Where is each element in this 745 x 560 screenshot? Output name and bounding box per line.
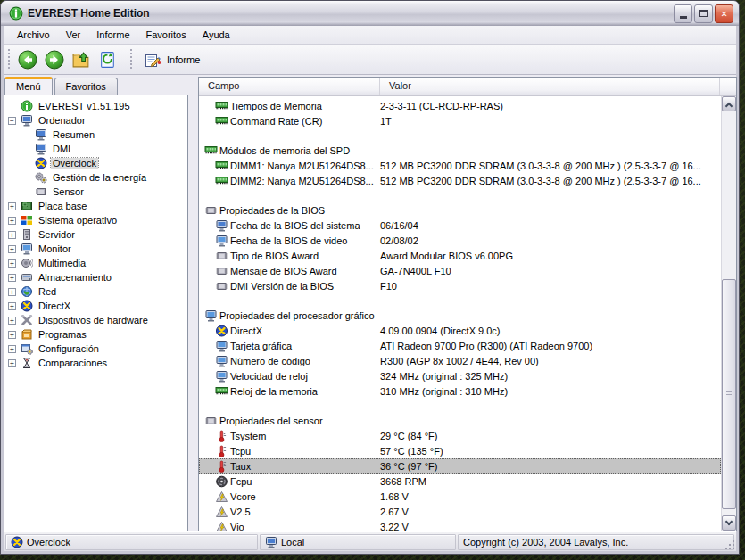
sidebar-item-comparaciones[interactable]: +Comparaciones bbox=[4, 356, 187, 370]
table-row[interactable]: Tarjeta gráficaATI Radeon 9700 Pro (R300… bbox=[199, 338, 721, 353]
close-button[interactable]: ✕ bbox=[715, 4, 733, 23]
sidebar-item-overclock[interactable]: Overclock bbox=[4, 156, 187, 170]
campo-cell: Tsystem bbox=[230, 431, 266, 441]
sidebar-item-dmi[interactable]: DMI bbox=[4, 142, 187, 156]
status-bar: Overclock Local Copyright (c) 2003, 2004… bbox=[4, 531, 736, 551]
expand-icon[interactable]: + bbox=[8, 274, 16, 282]
sidebar-item-almacenamiento[interactable]: +Almacenamiento bbox=[4, 270, 187, 284]
campo-cell: DMI Versión de la BIOS bbox=[230, 281, 334, 292]
table-row[interactable]: Vcore1.68 V bbox=[199, 489, 721, 504]
table-row[interactable]: DirectX4.09.00.0904 (DirectX 9.0c) bbox=[199, 323, 721, 338]
menu-favoritos[interactable]: Favoritos bbox=[138, 27, 195, 43]
forward-button[interactable] bbox=[41, 47, 68, 72]
valor-cell: GA-7N400L F10 bbox=[380, 266, 721, 276]
chip-icon bbox=[215, 265, 228, 277]
sidebar-item-everest-v1-51-195[interactable]: EVEREST v1.51.195 bbox=[4, 99, 187, 113]
maximize-button[interactable] bbox=[694, 4, 713, 23]
sidebar-item-programas[interactable]: +Programas bbox=[4, 327, 187, 342]
scrollbar-thumb[interactable] bbox=[722, 279, 736, 509]
vertical-scrollbar[interactable] bbox=[721, 96, 736, 531]
expand-icon[interactable]: + bbox=[8, 259, 16, 268]
title-bar[interactable]: EVEREST Home Edition ✕ bbox=[1, 1, 739, 26]
tab-strip: MenúFavoritos bbox=[4, 75, 188, 95]
sidebar-item-gestio-n-de-la-energi-a[interactable]: Gestión de la energía bbox=[4, 170, 187, 185]
table-row[interactable]: DIMM2: Nanya M2U51264DS8...512 MB PC3200… bbox=[199, 173, 721, 188]
everest-app-icon[interactable] bbox=[9, 6, 23, 21]
chip-icon bbox=[204, 204, 218, 217]
table-row[interactable]: Fcpu3668 RPM bbox=[199, 474, 721, 489]
sidebar-item-monitor[interactable]: +Monitor bbox=[4, 242, 187, 256]
campo-cell: Vcore bbox=[230, 491, 256, 502]
expand-icon[interactable]: + bbox=[8, 302, 16, 310]
table-row[interactable]: DIMM1: Nanya M2U51264DS8...512 MB PC3200… bbox=[199, 158, 721, 173]
expand-icon[interactable]: + bbox=[8, 359, 16, 367]
storage-icon bbox=[20, 271, 34, 284]
expand-icon[interactable]: + bbox=[8, 288, 16, 296]
informe-button[interactable]: Informe bbox=[137, 47, 207, 72]
table-row[interactable]: Velocidad de reloj324 MHz (original : 32… bbox=[199, 368, 721, 383]
scroll-up-button[interactable] bbox=[722, 96, 736, 111]
expand-icon[interactable]: + bbox=[8, 345, 16, 353]
section-header[interactable]: Propiedades de la BIOS bbox=[199, 202, 721, 218]
table-row[interactable]: Command Rate (CR)1T bbox=[199, 113, 721, 128]
table-row[interactable]: Tiempos de Memoria2-3-3-11 (CL-RCD-RP-RA… bbox=[199, 98, 721, 113]
scroll-down-button[interactable] bbox=[722, 515, 736, 531]
sidebar-item-configuracio-n[interactable]: +Configuración bbox=[4, 342, 187, 356]
section-header[interactable]: Propiedades del procesador gráfico bbox=[199, 308, 721, 323]
table-row[interactable]: Fecha de la BIOS de video02/08/02 bbox=[199, 233, 721, 248]
campo-cell: Fecha de la BIOS de video bbox=[230, 235, 347, 246]
load-report-button[interactable] bbox=[68, 47, 95, 72]
sidebar-item-dispositivos-de-hardware[interactable]: +Dispositivos de hardware bbox=[4, 313, 187, 327]
table-row[interactable]: V2.52.67 V bbox=[199, 504, 721, 519]
valor-cell: 2.67 V bbox=[380, 506, 721, 517]
menu-archivo[interactable]: Archivo bbox=[9, 27, 58, 43]
expand-icon[interactable]: + bbox=[8, 217, 16, 225]
tab-favoritos[interactable]: Favoritos bbox=[54, 78, 118, 95]
table-row[interactable]: DMI Versión de la BIOSF10 bbox=[199, 278, 721, 293]
minimize-button[interactable] bbox=[674, 4, 692, 23]
toolbar-grip[interactable] bbox=[6, 49, 12, 70]
sidebar-item-placa-base[interactable]: +Placa base bbox=[4, 199, 187, 213]
expand-icon[interactable]: + bbox=[8, 245, 16, 253]
column-header-campo[interactable]: Campo bbox=[199, 78, 380, 95]
table-row[interactable]: Vio3.22 V bbox=[199, 519, 721, 531]
sidebar-item-ordenador[interactable]: −Ordenador bbox=[4, 113, 187, 128]
table-row[interactable]: Tcpu57 °C (135 °F) bbox=[199, 443, 721, 458]
menu-ver[interactable]: Ver bbox=[58, 27, 89, 43]
sidebar-item-directx[interactable]: +DirectX bbox=[4, 299, 187, 313]
table-row[interactable]: Tsystem29 °C (84 °F) bbox=[199, 428, 721, 443]
tab-menu[interactable]: Menú bbox=[4, 77, 53, 95]
expand-icon[interactable]: + bbox=[8, 202, 16, 210]
expand-icon[interactable]: + bbox=[8, 331, 16, 339]
menu-ayuda[interactable]: Ayuda bbox=[195, 27, 238, 43]
sidebar-item-multimedia[interactable]: +Multimedia bbox=[4, 256, 187, 270]
table-row[interactable]: Fecha de la BIOS del sistema06/16/04 bbox=[199, 218, 721, 233]
menu-informe[interactable]: Informe bbox=[88, 27, 137, 43]
expand-icon[interactable]: + bbox=[8, 317, 16, 325]
campo-cell: Mensaje de BIOS Award bbox=[230, 266, 337, 276]
voltage-icon bbox=[215, 490, 228, 503]
sidebar-item-label: Sistema operativo bbox=[37, 215, 119, 226]
refresh-button[interactable] bbox=[95, 47, 121, 72]
sidebar-item-red[interactable]: +Red bbox=[4, 284, 187, 299]
table-row[interactable]: Reloj de la memoria310 MHz (original : 3… bbox=[199, 383, 721, 399]
toolbar-grip[interactable] bbox=[128, 49, 134, 70]
sidebar-item-sistema-operativo[interactable]: +Sistema operativo bbox=[4, 213, 187, 227]
sidebar-item-servidor[interactable]: +Servidor bbox=[4, 227, 187, 242]
table-row[interactable]: Número de códigoR300 (AGP 8x 1002 / 4E44… bbox=[199, 353, 721, 368]
sidebar-item-sensor[interactable]: Sensor bbox=[4, 185, 187, 199]
back-button[interactable] bbox=[14, 47, 41, 72]
thermometer-icon bbox=[215, 445, 228, 457]
table-row[interactable]: Tipo de BIOS AwardAward Modular BIOS v6.… bbox=[199, 248, 721, 263]
section-header[interactable]: Módulos de memoria del SPD bbox=[199, 143, 721, 158]
column-header-valor[interactable]: Valor bbox=[380, 78, 720, 95]
window-title: EVEREST Home Edition bbox=[28, 7, 150, 20]
section-header[interactable]: Propiedades del sensor bbox=[199, 413, 721, 428]
everest-window: EVEREST Home Edition ✕ ArchivoVerInforme… bbox=[0, 0, 740, 555]
table-row[interactable]: Taux36 °C (97 °F) bbox=[199, 458, 721, 474]
resize-grip[interactable] bbox=[724, 539, 735, 550]
collapse-icon[interactable]: − bbox=[8, 117, 16, 125]
expand-icon[interactable]: + bbox=[8, 231, 16, 239]
table-row[interactable]: Mensaje de BIOS AwardGA-7N400L F10 bbox=[199, 263, 721, 278]
sidebar-item-resumen[interactable]: Resumen bbox=[4, 128, 187, 142]
